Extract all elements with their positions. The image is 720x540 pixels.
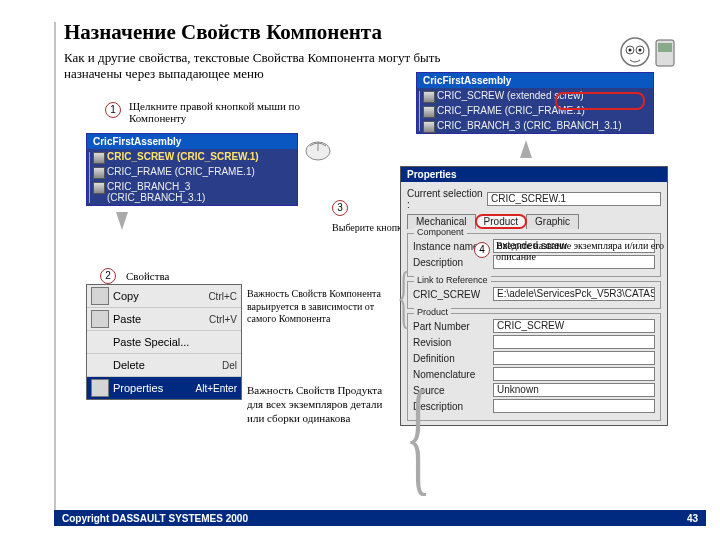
svg-rect-6 [658,43,672,52]
menu-item-delete[interactable]: DeleteDel [87,354,241,377]
mouse-icon [300,136,336,164]
svg-point-3 [629,49,632,52]
tree-node[interactable]: CRIC_FRAME (CRIC_FRAME.1) [417,103,653,118]
definition-label: Definition [413,353,493,364]
source-field[interactable]: Unknown [493,383,655,397]
left-margin [54,22,56,526]
group-link: Link to Reference CRIC_SCREWE:\adele\Ser… [407,281,661,309]
step-2-badge: 2 [100,268,116,284]
step-1: 1 Щелкните правой кнопкой мыши по Компон… [105,100,329,124]
menu-item-paste[interactable]: PasteCtrl+V [87,308,241,331]
assembly-tree-after: CricFirstAssembly CRIC_SCREW (extended s… [416,72,654,134]
group-product: Product Part NumberCRIC_SCREW Revision D… [407,313,661,421]
intro-text: Как и другие свойства, текстовые Свойств… [64,50,444,81]
current-selection-label: Current selection : [407,188,487,210]
tree-node[interactable]: CRIC_SCREW (extended screw) [417,88,653,103]
tree-root[interactable]: CricFirstAssembly [87,134,297,149]
arrow-up-icon [520,140,532,158]
menu-item-copy[interactable]: CopyCtrl+C [87,285,241,308]
tree-root[interactable]: CricFirstAssembly [417,73,653,88]
current-selection-field[interactable]: CRIC_SCREW.1 [487,192,661,206]
page-title: Назначение Свойств Компонента [64,20,382,45]
step-4-text: Введите название экземпляра и/или его оп… [496,240,686,262]
part-number-label: Part Number [413,321,493,332]
part-number-field[interactable]: CRIC_SCREW [493,319,655,333]
note-component: Важность Свойств Компонента варьируется … [247,288,387,326]
tree-node[interactable]: CRIC_SCREW (CRIC_SCREW.1) [87,149,297,164]
paste-icon [91,310,109,328]
revision-label: Revision [413,337,493,348]
copyright: Copyright DASSAULT SYSTEMES 2000 [62,513,248,524]
tree-node[interactable]: CRIC_BRANCH_3 (CRIC_BRANCH_3.1) [87,179,297,205]
brace-icon: { [397,262,410,332]
context-menu: CopyCtrl+C PasteCtrl+V Paste Special... … [86,284,242,400]
link-path-field: E:\adele\ServicesPck_V5R3\CATASMSkillets [493,287,655,301]
dialog-title: Properties [401,167,667,182]
step-1-badge: 1 [105,102,121,118]
link-id-label: CRIC_SCREW [413,289,493,300]
properties-icon [91,379,109,397]
assembly-tree-before: CricFirstAssembly CRIC_SCREW (CRIC_SCREW… [86,133,298,206]
menu-item-properties[interactable]: PropertiesAlt+Enter [87,377,241,399]
svg-point-4 [639,49,642,52]
tab-product[interactable]: Product [475,214,527,229]
copy-icon [91,287,109,305]
tree-node[interactable]: CRIC_FRAME (CRIC_FRAME.1) [87,164,297,179]
step-3-badge: 3 [332,200,348,216]
step-4: 4 Введите название экземпляра и/или его … [474,240,686,262]
mascot-illustration [610,30,680,74]
step-4-badge: 4 [474,242,490,258]
properties-dialog: Properties Current selection :CRIC_SCREW… [400,166,668,426]
note-product: Важность Свойств Продукта для всех экзем… [247,384,387,425]
nomenclature-field[interactable] [493,367,655,381]
product-desc-field[interactable] [493,399,655,413]
footer: Copyright DASSAULT SYSTEMES 2000 43 [54,510,706,526]
menu-item-paste-special[interactable]: Paste Special... [87,331,241,354]
tab-graphic[interactable]: Graphic [526,214,579,229]
brace-icon: { [406,370,431,500]
step-2: 2 Свойства [100,266,169,284]
tree-node[interactable]: CRIC_BRANCH_3 (CRIC_BRANCH_3.1) [417,118,653,133]
arrow-down-icon [116,212,128,230]
definition-field[interactable] [493,351,655,365]
step-1-text: Щелкните правой кнопкой мыши по Компонен… [129,100,329,124]
step-2-text: Свойства [126,270,169,282]
revision-field[interactable] [493,335,655,349]
page-number: 43 [687,513,698,524]
